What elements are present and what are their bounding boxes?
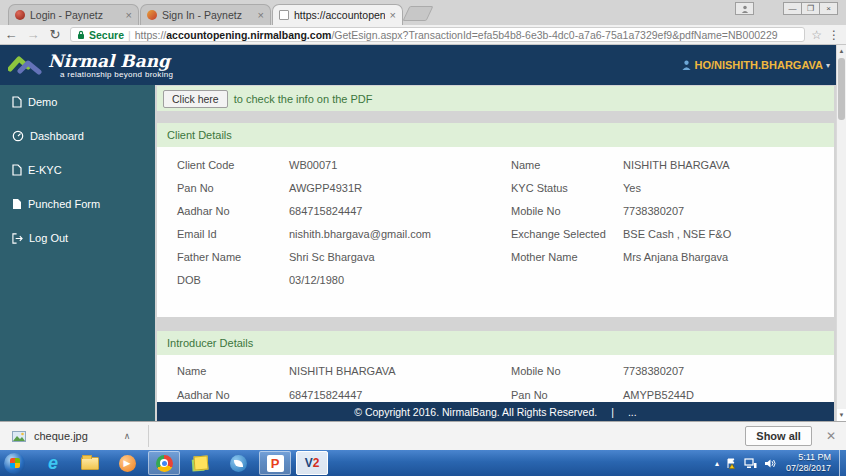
field-value: AWGPP4931R — [289, 182, 511, 194]
dashboard-icon — [12, 130, 24, 142]
logout-icon — [12, 233, 23, 244]
minimize-button[interactable]: — — [783, 2, 802, 15]
tab-title: Login - Paynetz — [30, 9, 121, 21]
scrollbar-thumb[interactable] — [838, 58, 845, 120]
vnc-icon: V2 — [305, 456, 320, 470]
paynetz-signin-favicon — [147, 10, 157, 20]
taskbar-sticky-notes[interactable] — [185, 451, 217, 475]
system-tray: ▴ ! — [715, 458, 776, 469]
reload-icon[interactable]: ↻ — [44, 27, 66, 42]
show-all-button[interactable]: Show all — [745, 426, 812, 446]
field-value: NISHITH BHARGAVA — [289, 365, 511, 377]
taskbar-thunderbird[interactable] — [222, 451, 254, 475]
show-desktop-button[interactable] — [839, 450, 846, 476]
field-label: Email Id — [177, 228, 289, 240]
footer-separator: | — [611, 406, 614, 418]
network-icon[interactable] — [744, 458, 757, 469]
sidebar-item-demo[interactable]: Demo — [0, 85, 155, 119]
nirmalbang-logo-icon — [8, 52, 42, 76]
sidebar-item-logout[interactable]: Log Out — [0, 221, 155, 255]
taskbar-vnc-viewer[interactable]: V2 — [296, 451, 328, 475]
user-menu[interactable]: HO/NISHITH.BHARGAVA ▾ — [682, 59, 830, 71]
start-button[interactable] — [4, 453, 25, 474]
file-filled-icon — [12, 198, 22, 210]
downloads-bar-close-icon[interactable]: ✕ — [826, 429, 836, 443]
field-label: KYC Status — [511, 182, 623, 194]
field-value: 03/12/1980 — [289, 274, 511, 286]
maximize-button[interactable]: ❐ — [801, 2, 820, 15]
close-button[interactable]: × — [819, 2, 838, 15]
field-label: Mobile No — [511, 365, 623, 377]
field-label — [511, 274, 623, 286]
sticky-notes-icon — [194, 456, 209, 471]
field-label: DOB — [177, 274, 289, 286]
user-icon — [682, 60, 691, 70]
tab-close-icon[interactable]: × — [126, 9, 132, 21]
tab-close-icon[interactable]: × — [258, 9, 264, 21]
field-value — [623, 274, 834, 286]
back-icon[interactable]: ← — [0, 27, 22, 42]
sidebar-item-ekyc[interactable]: E-KYC — [0, 153, 155, 187]
field-value: 7738380207 — [623, 365, 834, 377]
sidebar-item-label: Log Out — [29, 232, 68, 244]
brand-logo: Nirmal Bang a relationship beyond brokin… — [8, 52, 173, 79]
introducer-details-header: Introducer Details — [157, 331, 834, 355]
address-bar[interactable]: Secure | https://accountopening.nirmalba… — [70, 27, 805, 42]
volume-icon[interactable] — [764, 458, 776, 469]
thunderbird-icon — [230, 455, 247, 472]
brand-tagline: a relationship beyond broking — [60, 70, 173, 79]
new-tab-button[interactable] — [403, 6, 434, 21]
taskbar-clock[interactable]: 5:11 PM 07/28/2017 — [786, 452, 831, 474]
browser-menu-icon[interactable]: ⋮ — [828, 28, 840, 42]
web-page: Nirmal Bang a relationship beyond brokin… — [0, 45, 846, 421]
bookmark-star-icon[interactable]: ☆ — [811, 28, 822, 42]
client-details-panel: Client CodeWB00071NameNISHITH BHARGAVA P… — [157, 147, 834, 317]
profile-button[interactable] — [736, 2, 754, 15]
page-scrollbar[interactable]: ▲ ▼ — [836, 45, 846, 421]
field-label: Aadhar No — [177, 389, 289, 401]
downloaded-filename: cheque.jpg — [34, 430, 88, 442]
taskbar-chrome[interactable] — [148, 451, 180, 475]
windows-flag-icon — [10, 458, 20, 468]
brand-name: Nirmal Bang — [48, 52, 173, 70]
window-controls: — ❐ × — [784, 2, 838, 15]
field-label: Aadhar No — [177, 205, 289, 217]
omnibox-divider: | — [128, 29, 131, 41]
sidebar-item-punched-form[interactable]: Punched Form — [0, 187, 155, 221]
browser-tab-login-paynetz[interactable]: Login - Paynetz × — [8, 4, 139, 25]
sidebar: Demo Dashboard E-KYC Punched Form Log Ou… — [0, 85, 155, 421]
introducer-details-grid: NameNISHITH BHARGAVAMobile No7738380207 … — [157, 355, 834, 401]
scroll-down-icon[interactable]: ▼ — [837, 409, 846, 421]
divider — [148, 425, 149, 447]
download-chevron-up-icon[interactable]: ∧ — [124, 431, 131, 441]
internet-explorer-icon: e — [48, 453, 58, 474]
field-label: Exchange Selected — [511, 228, 623, 240]
field-value: 7738380207 — [623, 205, 834, 217]
browser-tab-accountopening[interactable]: https://accountopening... × — [272, 4, 403, 25]
taskbar-media-player[interactable]: ▶ — [111, 451, 143, 475]
click-here-button[interactable]: Click here — [163, 90, 228, 108]
sidebar-item-dashboard[interactable]: Dashboard — [0, 119, 155, 153]
pdf-check-text: to check the info on the PDF — [234, 93, 373, 105]
folder-icon — [81, 457, 99, 470]
sidebar-item-label: Punched Form — [28, 198, 100, 210]
tab-close-icon[interactable]: × — [390, 9, 396, 21]
tray-expand-icon[interactable]: ▴ — [715, 459, 719, 468]
scroll-up-icon[interactable]: ▲ — [837, 45, 846, 57]
browser-tab-signin-paynetz[interactable]: Sign In - Paynetz × — [140, 4, 271, 25]
file-icon — [12, 96, 22, 108]
footer-more: ... — [628, 406, 637, 418]
field-label: Mother Name — [511, 251, 623, 263]
field-label: Name — [177, 365, 289, 377]
taskbar-paynetz-app[interactable]: P — [259, 451, 291, 475]
tab-title: Sign In - Paynetz — [162, 9, 253, 21]
clock-date: 07/28/2017 — [786, 463, 831, 474]
field-value: 684715824447 — [289, 205, 511, 217]
client-details-header: Client Details — [157, 123, 834, 147]
action-center-flag-icon[interactable]: ! — [726, 458, 737, 469]
forward-icon[interactable]: → — [22, 27, 44, 42]
taskbar-file-explorer[interactable] — [74, 451, 106, 475]
field-label: Pan No — [511, 389, 623, 401]
taskbar-internet-explorer[interactable]: e — [37, 451, 69, 475]
downloaded-file-chip[interactable]: cheque.jpg ∧ — [12, 430, 130, 442]
